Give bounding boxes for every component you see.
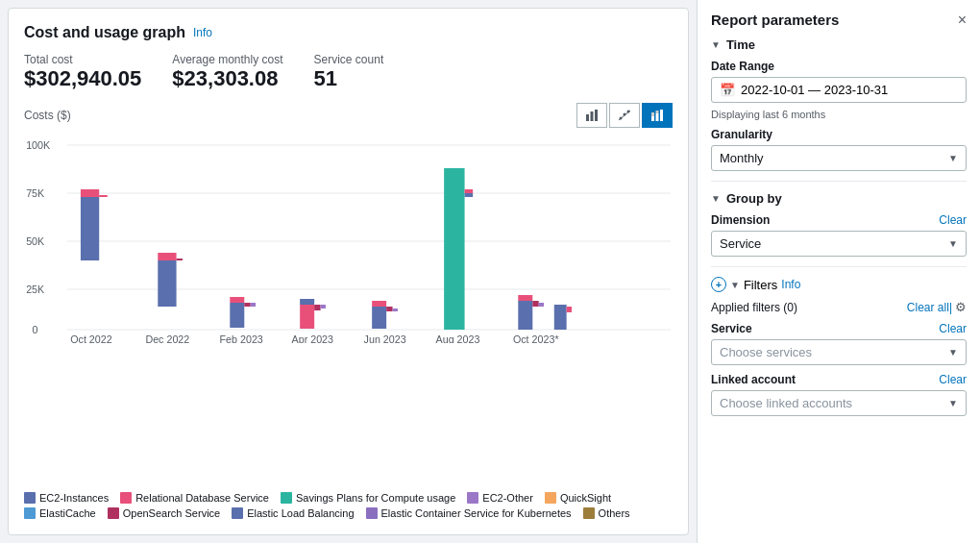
gear-icon[interactable]: ⚙ — [955, 300, 967, 314]
bar-chart-button[interactable] — [576, 103, 607, 128]
svg-text:Jun 2023: Jun 2023 — [364, 334, 406, 343]
legend-color-rds — [120, 492, 132, 504]
dimension-select[interactable]: Service ▼ — [711, 231, 967, 257]
filters-label: Filters — [744, 278, 777, 292]
group-by-label: Group by — [726, 191, 782, 206]
stacked-chart-button[interactable] — [642, 103, 673, 128]
svg-rect-41 — [465, 189, 474, 193]
group-by-triangle-icon: ▼ — [711, 193, 721, 204]
service-select[interactable]: Choose services ▼ — [711, 339, 967, 365]
legend-ec2-instances: EC2-Instances — [24, 492, 109, 504]
applied-filters-row: Applied filters (0) Clear all| ⚙ — [711, 300, 967, 314]
granularity-label: Granularity — [711, 128, 967, 141]
svg-text:50K: 50K — [26, 236, 44, 247]
divider-1 — [711, 181, 967, 182]
legend-savings-plans: Savings Plans for Compute usage — [281, 492, 455, 504]
svg-rect-11 — [660, 110, 663, 121]
svg-rect-8 — [651, 112, 654, 116]
granularity-field: Granularity Monthly ▼ — [711, 128, 967, 171]
linked-account-clear-link[interactable]: Clear — [939, 373, 967, 386]
linked-account-placeholder: Choose linked accounts — [720, 396, 852, 410]
dimension-chevron-icon: ▼ — [948, 238, 958, 249]
svg-text:Feb 2023: Feb 2023 — [220, 334, 264, 343]
svg-text:100K: 100K — [26, 140, 50, 151]
time-section-header[interactable]: ▼ Time — [711, 37, 967, 52]
time-section-label: Time — [726, 37, 755, 52]
svg-rect-35 — [321, 305, 326, 309]
group-by-section: ▼ Group by Dimension Clear Service ▼ — [711, 191, 967, 257]
service-chevron-icon: ▼ — [948, 347, 958, 358]
close-button[interactable]: × — [958, 12, 967, 28]
svg-rect-22 — [81, 197, 99, 260]
service-filter-label: Service — [711, 322, 752, 335]
legend-color-savings — [281, 492, 292, 504]
svg-rect-37 — [372, 301, 386, 307]
scatter-chart-button[interactable] — [609, 103, 640, 128]
calendar-icon: 📅 — [720, 83, 735, 97]
granularity-chevron-icon: ▼ — [948, 153, 958, 163]
legend-color-others — [583, 507, 595, 519]
date-hint: Displaying last 6 months — [711, 109, 967, 120]
group-by-header[interactable]: ▼ Group by — [711, 191, 967, 206]
svg-text:0: 0 — [33, 325, 38, 335]
svg-rect-9 — [656, 113, 659, 121]
report-params-title: Report parameters — [711, 12, 839, 28]
chart-y-label: Costs ($) — [24, 109, 71, 122]
svg-text:Dec 2022: Dec 2022 — [145, 334, 189, 343]
legend-elb: Elastic Load Balancing — [232, 507, 354, 519]
chart-area: 100K 75K 50K 25K 0 — [24, 132, 673, 484]
svg-text:Aug 2023: Aug 2023 — [436, 334, 480, 343]
svg-text:Oct 2022: Oct 2022 — [70, 334, 112, 343]
svg-rect-43 — [518, 301, 532, 330]
info-link[interactable]: Info — [193, 26, 212, 39]
clear-all-link[interactable]: Clear all| — [907, 301, 952, 314]
svg-rect-40 — [444, 168, 464, 330]
svg-rect-47 — [554, 305, 567, 330]
linked-account-row: Linked account Clear — [711, 373, 967, 386]
svg-rect-39 — [393, 309, 398, 311]
legend-eks: Elastic Container Service for Kubernetes — [366, 507, 572, 519]
report-params-header: Report parameters × — [711, 12, 967, 28]
legend-rds: Relational Database Service — [120, 492, 269, 504]
legend-color-opensearch — [108, 507, 119, 519]
svg-text:25K: 25K — [26, 284, 44, 295]
panel-header: Cost and usage graph Info — [24, 24, 673, 41]
svg-text:Apr 2023: Apr 2023 — [292, 334, 334, 343]
linked-account-select[interactable]: Choose linked accounts ▼ — [711, 390, 967, 416]
granularity-select[interactable]: Monthly ▼ — [711, 145, 967, 171]
filters-triangle-icon: ▼ — [730, 280, 740, 290]
metric-service-count: Service count 51 — [314, 53, 384, 91]
avg-monthly-value: $23,303.08 — [172, 66, 282, 91]
svg-rect-29 — [230, 297, 244, 303]
main-panel: Cost and usage graph Info Total cost $30… — [8, 8, 689, 535]
service-count-label: Service count — [314, 53, 384, 66]
legend-color-ec2 — [24, 492, 36, 504]
svg-rect-7 — [651, 116, 654, 121]
svg-line-6 — [619, 111, 630, 120]
filters-section: + ▼ Filters Info Applied filters (0) Cle… — [711, 277, 967, 416]
svg-rect-48 — [567, 307, 572, 312]
svg-rect-34 — [314, 305, 320, 310]
service-clear-link[interactable]: Clear — [939, 322, 967, 335]
chart-controls — [576, 103, 673, 128]
legend-color-ec2-other — [467, 492, 478, 504]
filters-info-link[interactable]: Info — [781, 278, 800, 291]
legend: EC2-Instances Relational Database Servic… — [24, 492, 673, 519]
legend-color-eks — [366, 507, 378, 519]
linked-account-filter-field: Linked account Clear Choose linked accou… — [711, 373, 967, 416]
svg-rect-30 — [244, 303, 250, 307]
date-range-field: Date Range 📅 2022-10-01 — 2023-10-31 Dis… — [711, 60, 967, 120]
legend-color-quicksight — [545, 492, 556, 504]
svg-rect-27 — [177, 259, 183, 260]
dimension-clear-link[interactable]: Clear — [939, 213, 967, 227]
svg-rect-10 — [656, 111, 659, 113]
dimension-label: Dimension — [711, 213, 770, 227]
legend-opensearch: OpenSearch Service — [108, 507, 221, 519]
service-filter-row: Service Clear — [711, 322, 967, 335]
svg-rect-2 — [595, 110, 598, 121]
date-range-input[interactable]: 📅 2022-10-01 — 2023-10-31 — [711, 77, 967, 103]
time-triangle-icon: ▼ — [711, 39, 721, 50]
chart-header: Costs ($) — [24, 103, 673, 128]
metric-avg-monthly: Average monthly cost $23,303.08 — [172, 53, 282, 91]
chart-svg: 100K 75K 50K 25K 0 — [24, 132, 673, 343]
